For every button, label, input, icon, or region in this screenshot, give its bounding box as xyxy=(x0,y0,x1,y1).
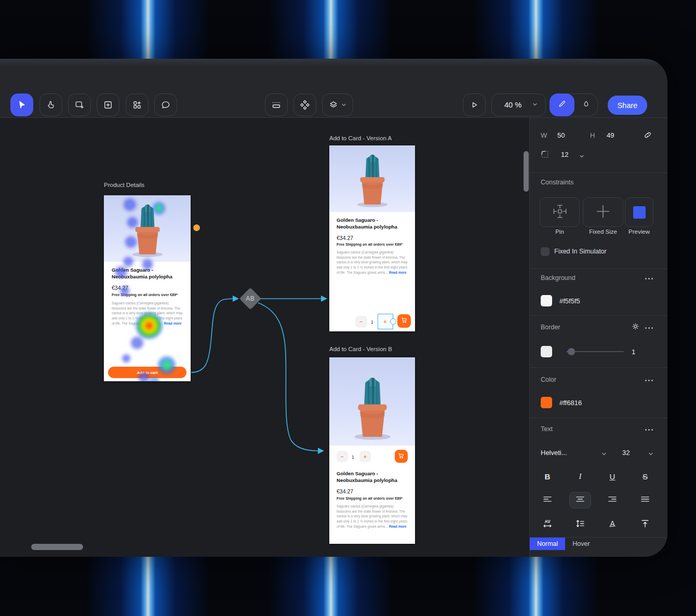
underline-button[interactable]: U xyxy=(603,468,622,484)
edit-mode-toggle xyxy=(550,93,598,116)
corner-radius-input[interactable]: 12 xyxy=(561,151,568,158)
border-section-title: Border xyxy=(541,324,560,331)
inspector-panel: W 50 H 49 12 Constraints Pin xyxy=(529,118,667,557)
read-more-link[interactable]: Read more xyxy=(389,271,407,274)
heatmap-mode-button[interactable] xyxy=(574,94,597,116)
play-icon xyxy=(469,100,479,110)
design-canvas[interactable]: Product Details Add to Card - Version A … xyxy=(0,118,529,557)
chevron-down-icon xyxy=(532,100,538,110)
horizontal-scrollbar[interactable] xyxy=(31,544,83,550)
design-mode-button[interactable] xyxy=(550,93,574,116)
letter-a-icon: A xyxy=(607,518,618,531)
tab-hover[interactable]: Hover xyxy=(565,538,597,550)
quantity-value: 1 xyxy=(352,454,354,460)
vertical-scrollbar[interactable] xyxy=(524,151,529,192)
background-color-swatch[interactable] xyxy=(541,295,552,306)
chevron-down-icon[interactable] xyxy=(648,450,654,459)
svg-text:AV: AV xyxy=(545,519,551,524)
play-prototype-button[interactable] xyxy=(463,93,486,116)
chevron-down-icon[interactable] xyxy=(579,152,585,162)
shipping-note: Free Shipping on all orders over €89* xyxy=(337,242,403,247)
constraint-pin-button[interactable] xyxy=(540,197,580,227)
layers-menu-button[interactable] xyxy=(322,93,353,116)
strikethrough-button[interactable]: S xyxy=(636,468,654,484)
frame-plus-icon xyxy=(74,100,85,110)
share-button-label: Share xyxy=(618,101,638,110)
quantity-minus-button[interactable]: − xyxy=(337,451,348,462)
border-more-icon[interactable] xyxy=(645,326,654,329)
color-section-title: Color xyxy=(541,376,556,383)
product-image xyxy=(329,145,415,212)
product-details-card[interactable]: Golden Saguaro - Neobuxbaumia polylopha … xyxy=(104,195,191,381)
background-hex-value[interactable]: #f5f5f5 xyxy=(559,297,580,305)
corner-radius-icon xyxy=(540,150,550,161)
product-title: Golden Saguaro - Neobuxbaumia polylopha xyxy=(337,217,403,230)
quantity-minus-button[interactable]: − xyxy=(355,316,367,328)
constraint-preview-button[interactable] xyxy=(625,197,653,227)
comment-bubble-icon xyxy=(160,100,171,110)
color-swatch[interactable] xyxy=(541,397,552,408)
constraint-pin-label: Pin xyxy=(540,229,580,235)
read-more-link[interactable]: Read more xyxy=(389,525,407,528)
border-settings-gear-icon[interactable] xyxy=(631,322,640,333)
link-dimensions-icon[interactable] xyxy=(643,130,652,142)
width-input[interactable]: 50 xyxy=(557,131,565,139)
letter-spacing-button[interactable]: AV xyxy=(537,516,558,533)
chevron-down-icon[interactable] xyxy=(601,450,607,459)
line-height-button[interactable] xyxy=(569,516,591,533)
text-style-button[interactable]: A xyxy=(601,516,623,533)
bold-button[interactable]: B xyxy=(538,468,557,484)
ruler-tool-button[interactable] xyxy=(265,93,288,116)
frame-label-product-details[interactable]: Product Details xyxy=(104,182,144,188)
color-hex-value[interactable]: #ff6816 xyxy=(559,399,582,407)
version-a-card[interactable]: Golden Saguaro - Neobuxbaumia polylopha … xyxy=(329,145,415,331)
border-color-swatch[interactable] xyxy=(541,346,552,357)
fixed-size-icon xyxy=(594,202,612,223)
frame-label-version-a[interactable]: Add to Card - Version A xyxy=(329,135,392,141)
italic-button[interactable]: I xyxy=(571,468,590,484)
align-justify-button[interactable] xyxy=(634,492,656,508)
height-input[interactable]: 49 xyxy=(607,131,614,139)
zoom-level-control[interactable]: 40 % xyxy=(491,93,546,116)
vertical-align-top-button[interactable] xyxy=(634,516,656,533)
pencil-icon xyxy=(557,99,567,111)
letter-spacing-icon: AV xyxy=(542,518,553,531)
align-left-button[interactable] xyxy=(537,492,558,508)
constraint-fixed-size-button[interactable] xyxy=(583,197,623,227)
vertical-align-top-icon xyxy=(639,518,651,531)
tab-normal[interactable]: Normal xyxy=(530,538,565,550)
effects-tool-button[interactable] xyxy=(293,93,316,116)
heatmap-overlay xyxy=(104,195,191,381)
border-width-slider-thumb[interactable] xyxy=(568,348,575,355)
chevron-down-icon xyxy=(341,102,347,108)
border-width-slider[interactable] xyxy=(567,351,624,352)
version-b-card[interactable]: − 1 + Golden Saguaro - Neobuxbaumia poly… xyxy=(329,357,415,544)
components-tool-button[interactable] xyxy=(126,93,149,116)
font-family-select[interactable]: Helveti... xyxy=(541,449,567,457)
constraint-fixed-size-label: Fixed Size xyxy=(583,229,623,235)
insert-tool-button[interactable] xyxy=(97,93,119,116)
cart-button[interactable] xyxy=(395,450,408,463)
align-right-button[interactable] xyxy=(601,492,623,508)
select-tool-button[interactable] xyxy=(10,93,33,116)
font-size-select[interactable]: 32 xyxy=(622,449,630,457)
background-section-title: Background xyxy=(541,274,575,282)
quantity-value: 1 xyxy=(371,319,373,325)
frame-label-version-b[interactable]: Add to Card - Version B xyxy=(329,346,392,352)
selection-handle[interactable] xyxy=(390,318,396,325)
text-more-icon[interactable] xyxy=(645,428,654,431)
comment-tool-button[interactable] xyxy=(154,93,177,116)
background-more-icon[interactable] xyxy=(645,277,654,280)
share-button[interactable]: Share xyxy=(608,96,647,115)
fixed-in-simulator-checkbox[interactable] xyxy=(541,247,550,256)
cart-button[interactable] xyxy=(397,314,411,328)
color-more-icon[interactable] xyxy=(645,379,654,382)
keyboard-grid-icon xyxy=(271,99,282,111)
connection-port-dot[interactable] xyxy=(193,224,200,231)
hand-tool-button[interactable] xyxy=(39,93,62,116)
border-width-value[interactable]: 1 xyxy=(632,348,635,356)
align-right-icon xyxy=(607,494,618,506)
frame-tool-button[interactable] xyxy=(68,93,91,116)
quantity-plus-button[interactable]: + xyxy=(359,451,371,462)
align-center-button[interactable] xyxy=(569,492,591,508)
